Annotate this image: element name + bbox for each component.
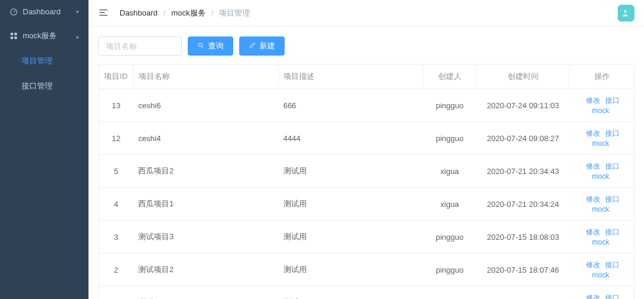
cell-creator: pingguo: [423, 254, 477, 286]
sidebar: Dashboard ▾ mock服务 ▴ 项目管理 接口管理: [0, 0, 88, 299]
svg-rect-3: [11, 36, 13, 39]
search-icon: [197, 42, 205, 51]
cell-time: 2020-07-24 09:08:27: [477, 122, 570, 155]
cell-op: 修改接口mock: [570, 122, 634, 155]
search-input[interactable]: [98, 36, 182, 56]
cell-id: 1: [99, 286, 134, 300]
cell-op: 修改接口mock: [570, 254, 634, 286]
sidebar-subitem-project[interactable]: 项目管理: [16, 48, 88, 74]
breadcrumb: Dashboard / mock服务 / 项目管理: [120, 8, 618, 19]
cell-creator: pingguo: [423, 122, 477, 155]
svg-rect-4: [14, 36, 17, 39]
cell-id: 5: [99, 155, 134, 188]
chevron-down-icon: ▾: [76, 8, 79, 15]
cell-desc: 4444: [279, 122, 423, 155]
cell-desc: 测试用: [279, 254, 423, 286]
th-creator: 创建人: [423, 65, 477, 89]
sidebar-item-dashboard[interactable]: Dashboard ▾: [0, 0, 88, 23]
table-row: 12ceshi44444pingguo2020-07-24 09:08:27修改…: [99, 122, 634, 155]
svg-rect-1: [11, 33, 13, 35]
cell-name: 测试项目3: [133, 221, 278, 254]
cell-name: 测试项目2: [133, 254, 278, 286]
cell-time: 2020-07-21 20:34:43: [477, 155, 570, 188]
sidebar-item-label: Dashboard: [23, 7, 61, 16]
sidebar-subitem-api[interactable]: 接口管理: [16, 74, 88, 99]
hamburger-icon[interactable]: [98, 7, 109, 20]
grid-icon: [10, 32, 18, 40]
edit-link[interactable]: 修改: [586, 261, 600, 269]
cell-desc: 测试用: [279, 155, 423, 188]
cell-name: 西瓜项目2: [133, 155, 278, 188]
cell-id: 4: [99, 188, 134, 221]
svg-point-9: [627, 11, 628, 12]
edit-icon: [249, 42, 256, 51]
cell-time: 2020-07-15 18:08:03: [477, 221, 570, 254]
sidebar-item-mock[interactable]: mock服务 ▴: [0, 23, 88, 48]
cell-name: ceshi4: [133, 122, 278, 155]
cell-id: 2: [99, 254, 134, 286]
cell-time: 2020-07-15 18:07:46: [477, 254, 570, 286]
cell-creator: pingguo: [423, 89, 477, 122]
cell-op: 修改接口mock: [570, 188, 634, 221]
edit-link[interactable]: 修改: [586, 294, 600, 299]
cell-desc: 测试用: [279, 286, 423, 300]
cell-op: 修改接口mock: [570, 286, 634, 300]
cell-creator: xigua: [423, 188, 477, 221]
th-op: 操作: [570, 65, 634, 89]
cell-creator: pingguo: [423, 286, 477, 300]
avatar[interactable]: [618, 5, 634, 22]
chevron-up-icon: ▴: [76, 33, 79, 39]
cell-desc: 666: [279, 89, 423, 122]
data-table: 项目ID 项目名称 项目描述 创建人 创建时间 操作 13ceshi6666pi…: [98, 64, 634, 299]
edit-link[interactable]: 修改: [586, 96, 600, 105]
table-row: 13ceshi6666pingguo2020-07-24 09:11:03修改接…: [99, 89, 634, 122]
edit-link[interactable]: 修改: [586, 162, 600, 170]
sidebar-item-label: mock服务: [23, 30, 57, 41]
th-id: 项目ID: [99, 65, 134, 89]
edit-link[interactable]: 修改: [586, 228, 600, 236]
cell-desc: 测试用: [279, 188, 423, 221]
cell-id: 3: [99, 221, 134, 254]
crumb[interactable]: mock服务: [171, 8, 205, 17]
th-time: 创建时间: [477, 65, 570, 89]
edit-link[interactable]: 修改: [586, 195, 600, 203]
cell-creator: pingguo: [423, 221, 477, 254]
table-row: 2测试项目2测试用pingguo2020-07-15 18:07:46修改接口m…: [99, 254, 634, 286]
svg-line-11: [202, 46, 204, 48]
cell-desc: 测试用: [279, 221, 423, 254]
crumb[interactable]: Dashboard: [120, 8, 158, 17]
th-name: 项目名称: [133, 65, 278, 89]
crumb-current: 项目管理: [219, 8, 250, 17]
table-row: 5西瓜项目2测试用xigua2020-07-21 20:34:43修改接口moc…: [99, 155, 634, 188]
table-row: 3测试项目3测试用pingguo2020-07-15 18:08:03修改接口m…: [99, 221, 634, 254]
create-button[interactable]: 新建: [239, 36, 285, 56]
cell-name: 测试项目1: [133, 286, 278, 300]
cell-op: 修改接口mock: [570, 89, 634, 122]
th-desc: 项目描述: [279, 65, 423, 89]
svg-point-10: [199, 43, 202, 47]
dashboard-icon: [10, 8, 18, 16]
cell-name: ceshi6: [133, 89, 278, 122]
svg-point-8: [624, 10, 627, 13]
cell-creator: xigua: [423, 155, 477, 188]
cell-op: 修改接口mock: [570, 155, 634, 188]
table-row: 4西瓜项目1测试用xigua2020-07-21 20:34:24修改接口moc…: [99, 188, 634, 221]
query-button[interactable]: 查询: [188, 36, 233, 56]
cell-time: 2020-07-15 18:07:31: [477, 286, 570, 300]
svg-rect-2: [14, 33, 17, 35]
cell-id: 12: [99, 122, 134, 155]
table-row: 1测试项目1测试用pingguo2020-07-15 18:07:31修改接口m…: [99, 286, 634, 300]
cell-time: 2020-07-21 20:34:24: [477, 188, 570, 221]
cell-op: 修改接口mock: [570, 221, 634, 254]
cell-time: 2020-07-24 09:11:03: [477, 89, 570, 122]
edit-link[interactable]: 修改: [586, 129, 600, 138]
cell-name: 西瓜项目1: [133, 188, 278, 221]
cell-id: 13: [99, 89, 134, 122]
